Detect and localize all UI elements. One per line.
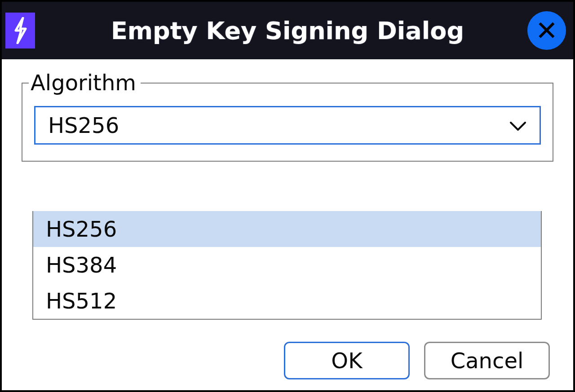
algorithm-option-hs512[interactable]: HS512: [33, 283, 541, 319]
algorithm-legend: Algorithm: [29, 70, 141, 95]
chevron-down-icon: [509, 115, 527, 136]
close-icon: ✕: [535, 17, 558, 44]
algorithm-option-hs256[interactable]: HS256: [33, 211, 541, 247]
algorithm-dropdown: HS256 HS384 HS512: [32, 211, 542, 320]
titlebar: Empty Key Signing Dialog ✕: [2, 2, 573, 59]
algorithm-option-hs384[interactable]: HS384: [33, 247, 541, 283]
close-button[interactable]: ✕: [527, 11, 566, 50]
dialog-body: Algorithm HS256 HS256 HS384 HS512 OK Can…: [2, 59, 573, 390]
lightning-icon: [11, 17, 29, 44]
algorithm-selected-value: HS256: [48, 113, 119, 138]
app-icon: [5, 13, 35, 48]
ok-button[interactable]: OK: [284, 342, 410, 379]
dialog-title: Empty Key Signing Dialog: [2, 17, 573, 45]
algorithm-fieldset: Algorithm HS256: [22, 83, 553, 162]
cancel-button[interactable]: Cancel: [424, 342, 550, 379]
dialog-window: Empty Key Signing Dialog ✕ Algorithm HS2…: [0, 0, 575, 392]
algorithm-combobox[interactable]: HS256: [34, 106, 541, 145]
dialog-footer: OK Cancel: [284, 342, 550, 379]
